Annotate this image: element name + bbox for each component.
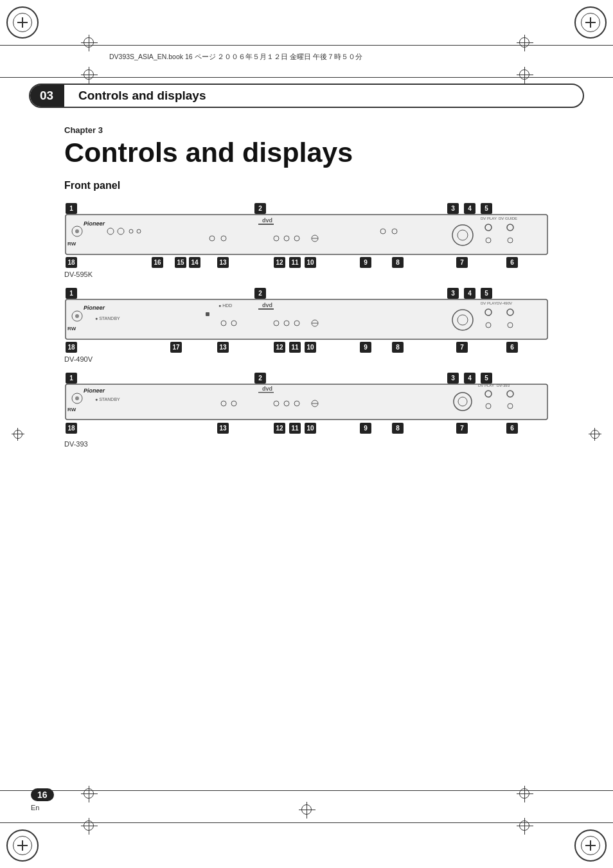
svg-text:2: 2 [258, 205, 262, 212]
svg-text:6: 6 [510, 259, 514, 266]
svg-text:2: 2 [258, 375, 262, 382]
svg-text:5: 5 [484, 375, 488, 382]
crosshair-br-top [519, 788, 529, 799]
page-number: 16 [31, 788, 54, 801]
chapter-label: Chapter 3 [64, 125, 549, 135]
svg-text:9: 9 [364, 259, 368, 266]
svg-text:14: 14 [191, 259, 199, 266]
svg-text:RW: RW [67, 407, 76, 412]
svg-rect-80 [258, 308, 274, 310]
svg-text:DV-490V: DV-490V [497, 301, 512, 305]
svg-text:9: 9 [364, 425, 368, 432]
svg-text:12: 12 [276, 344, 283, 351]
svg-text:11: 11 [291, 425, 299, 432]
svg-text:8: 8 [396, 425, 400, 432]
svg-text:4: 4 [468, 205, 472, 212]
svg-text:8: 8 [396, 259, 400, 266]
device-diagram-490v: 1 2 3 4 5 Pioneer ● STANDBY ● HDD dvd [64, 288, 549, 363]
svg-text:Pioneer: Pioneer [84, 387, 105, 394]
page-number-area: 16 En [31, 788, 54, 811]
device-diagram-393: 1 2 3 4 5 Pioneer ● STANDBY dvd [64, 373, 549, 448]
svg-text:DV GUIDE: DV GUIDE [499, 217, 517, 220]
svg-text:● HDD: ● HDD [218, 303, 232, 308]
svg-text:8: 8 [396, 344, 400, 351]
corner-decoration-tl [6, 6, 45, 45]
svg-rect-19 [258, 224, 274, 225]
svg-text:3: 3 [451, 205, 455, 212]
crosshair-bl2 [84, 820, 94, 831]
svg-text:2: 2 [258, 290, 262, 297]
crosshair-tl [84, 37, 94, 48]
svg-text:18: 18 [67, 259, 75, 266]
svg-text:18: 18 [67, 425, 75, 432]
svg-text:dvd: dvd [262, 302, 272, 308]
svg-text:● STANDBY: ● STANDBY [95, 397, 120, 402]
svg-text:RW: RW [67, 326, 76, 332]
svg-text:3: 3 [451, 375, 455, 382]
svg-text:5: 5 [484, 205, 488, 212]
crosshair-mr [519, 69, 529, 80]
svg-text:7: 7 [460, 425, 464, 432]
device-svg-595k: 1 2 3 4 5 Pioneer dv [64, 203, 549, 270]
svg-text:4: 4 [468, 290, 472, 297]
svg-text:13: 13 [219, 259, 227, 266]
corner-decoration-bl [6, 823, 45, 862]
side-reg-right [589, 428, 601, 441]
language-label: En [31, 804, 54, 811]
svg-rect-72 [66, 299, 547, 339]
chapter-bar-title: Controls and displays [78, 89, 206, 103]
svg-text:12: 12 [276, 259, 283, 266]
svg-text:6: 6 [510, 425, 514, 432]
svg-text:18: 18 [67, 344, 75, 351]
svg-text:RW: RW [67, 241, 76, 247]
section-title: Front panel [64, 180, 549, 191]
svg-text:DV-393: DV-393 [497, 384, 510, 387]
svg-rect-10 [66, 215, 547, 254]
svg-text:11: 11 [291, 344, 299, 351]
svg-text:Pioneer: Pioneer [84, 220, 105, 227]
svg-text:3: 3 [451, 290, 455, 297]
crosshair-tr [519, 37, 529, 48]
svg-point-130 [75, 396, 79, 400]
main-content: Chapter 3 Controls and displays Front pa… [64, 125, 549, 457]
svg-text:13: 13 [219, 425, 227, 432]
device-svg-490v: 1 2 3 4 5 Pioneer ● STANDBY ● HDD dvd [64, 288, 549, 355]
corner-decoration-br [568, 823, 607, 862]
chapter-bar: 03 Controls and displays [29, 84, 584, 108]
svg-point-13 [75, 229, 79, 233]
device-diagram-595k: 1 2 3 4 5 Pioneer dv [64, 203, 549, 278]
chapter-number: 03 [29, 84, 64, 108]
svg-text:Pioneer: Pioneer [84, 305, 105, 311]
svg-text:7: 7 [460, 259, 464, 266]
svg-text:1: 1 [69, 375, 73, 382]
svg-text:5: 5 [484, 290, 488, 297]
crosshair-ml [84, 69, 94, 80]
svg-text:10: 10 [306, 344, 314, 351]
svg-text:16: 16 [154, 259, 161, 266]
device-svg-393: 1 2 3 4 5 Pioneer ● STANDBY dvd [64, 373, 549, 440]
crosshair-bl [84, 788, 94, 799]
main-title: Controls and displays [64, 137, 549, 168]
svg-text:7: 7 [460, 344, 464, 351]
crosshair-bottom-center [301, 804, 312, 815]
device-caption-393: DV-393 [64, 440, 549, 448]
header-file-info: DV393S_ASIA_EN.book 16 ページ ２００６年５月１２日 金曜… [109, 53, 362, 62]
corner-decoration-tr [568, 6, 607, 45]
svg-text:6: 6 [510, 344, 514, 351]
device-caption-595k: DV-595K [64, 270, 549, 278]
svg-text:dvd: dvd [262, 217, 272, 224]
svg-text:● STANDBY: ● STANDBY [95, 316, 120, 321]
svg-text:1: 1 [69, 290, 73, 297]
side-reg-left [12, 428, 24, 441]
svg-text:4: 4 [468, 375, 472, 382]
svg-text:DV PLAY: DV PLAY [481, 217, 497, 220]
svg-text:12: 12 [276, 425, 283, 432]
svg-text:10: 10 [306, 259, 314, 266]
device-caption-490v: DV-490V [64, 355, 549, 363]
svg-rect-127 [66, 384, 547, 420]
svg-text:17: 17 [172, 344, 180, 351]
svg-text:dvd: dvd [262, 385, 272, 392]
svg-text:9: 9 [364, 344, 368, 351]
svg-text:15: 15 [177, 259, 184, 266]
svg-text:DV PLAY: DV PLAY [481, 301, 497, 305]
